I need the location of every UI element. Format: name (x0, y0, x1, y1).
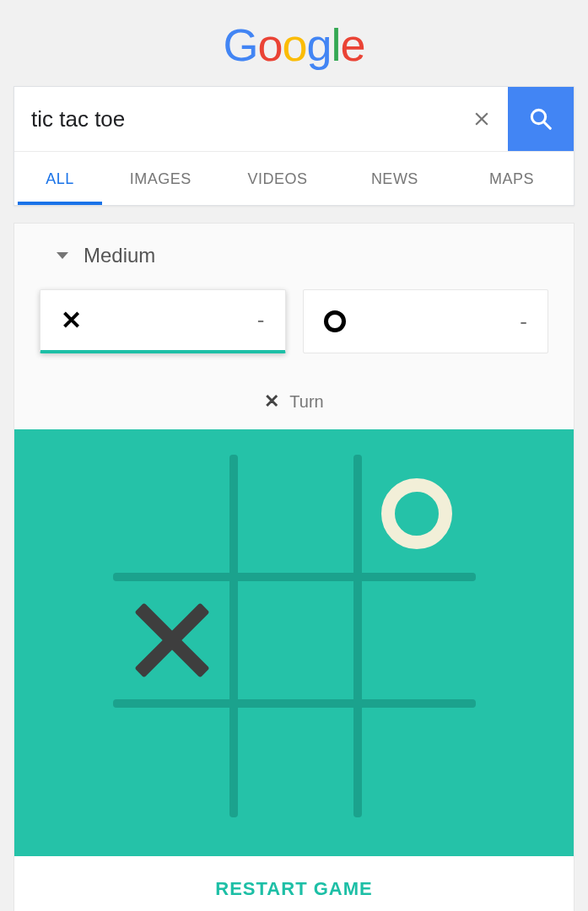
o-piece (381, 478, 452, 549)
cell-2-1[interactable] (235, 708, 353, 826)
grid-line (113, 699, 476, 708)
svg-line-1 (544, 122, 551, 129)
score-o-value: - (520, 309, 527, 335)
difficulty-label: Medium (84, 244, 155, 267)
cell-0-2[interactable] (358, 455, 476, 573)
tic-tac-toe-card: Medium ✕ - - ✕ Turn (13, 223, 575, 911)
cell-0-0[interactable] (113, 455, 231, 573)
close-icon (471, 108, 493, 130)
cell-2-0[interactable] (113, 708, 231, 826)
score-box-o: - (303, 289, 549, 353)
tab-images[interactable]: IMAGES (102, 152, 219, 205)
o-icon (324, 310, 346, 332)
score-box-x: ✕ - (40, 289, 286, 353)
tab-maps[interactable]: MAPS (453, 152, 570, 205)
search-tabs: ALL IMAGES VIDEOS NEWS MAPS (14, 151, 574, 205)
game-board (113, 455, 476, 817)
cell-1-1[interactable] (235, 581, 353, 699)
chevron-down-icon (57, 252, 68, 259)
x-icon: ✕ (61, 305, 82, 335)
difficulty-selector[interactable]: Medium (57, 244, 548, 267)
search-icon (528, 106, 553, 132)
search-button[interactable] (508, 87, 574, 151)
tab-news[interactable]: NEWS (337, 152, 454, 205)
x-piece (135, 603, 209, 677)
turn-indicator: ✕ Turn (14, 377, 574, 429)
grid-line (113, 573, 476, 581)
x-icon: ✕ (264, 391, 279, 412)
cell-2-2[interactable] (358, 708, 476, 826)
clear-button[interactable] (456, 87, 508, 151)
score-x-value: - (257, 307, 265, 333)
search-card: ALL IMAGES VIDEOS NEWS MAPS (13, 86, 575, 206)
search-input[interactable] (14, 87, 456, 151)
tab-videos[interactable]: VIDEOS (219, 152, 337, 205)
turn-label: Turn (289, 392, 323, 412)
restart-button[interactable]: RESTART GAME (14, 856, 574, 911)
google-logo: Google (0, 0, 588, 86)
tab-all[interactable]: ALL (18, 152, 102, 205)
cell-0-1[interactable] (235, 455, 353, 573)
cell-1-0[interactable] (113, 581, 231, 699)
cell-1-2[interactable] (358, 581, 476, 699)
